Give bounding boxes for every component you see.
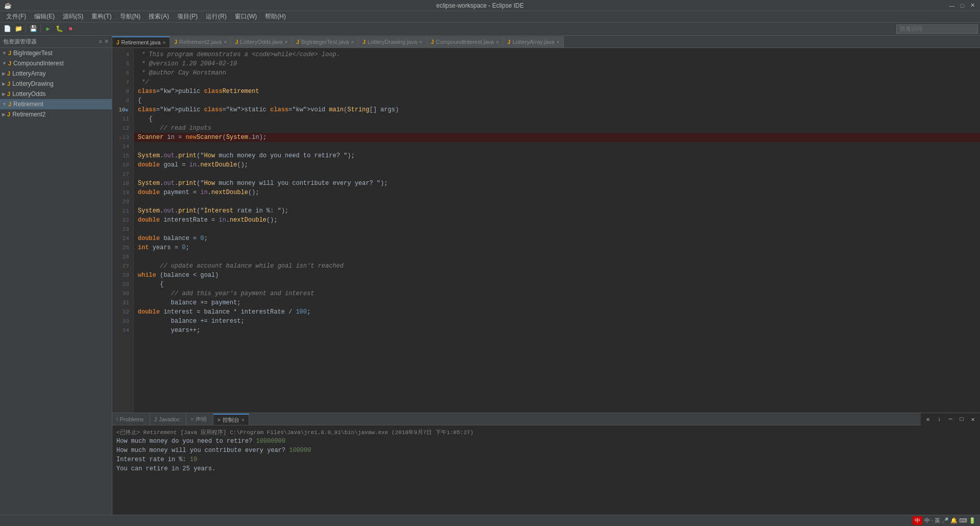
fold-icon[interactable]: ◉: [126, 107, 128, 113]
bottom-tab-控制台[interactable]: >控制台 ×: [213, 414, 249, 425]
console-clear-button[interactable]: ✕: [923, 414, 933, 424]
line-number-7: 7: [112, 78, 133, 87]
bottom-tab-javadoc[interactable]: JJavadoc: [150, 414, 186, 425]
tab-label: LotteryDrawing.java: [368, 39, 417, 45]
tab-label: Retirement.java: [121, 39, 161, 45]
bottom-tab-声明[interactable]: =声明: [186, 414, 213, 425]
line-number-19: 19: [112, 188, 133, 197]
menu-item-e[interactable]: 编辑(E): [30, 11, 59, 22]
minimize-button[interactable]: —: [948, 2, 955, 9]
tab-label: LotteryOdds.java: [240, 39, 283, 45]
java-file-icon: J: [431, 39, 434, 45]
editor-tab-compoundinterestjava[interactable]: JCompoundInterest.java×: [427, 36, 503, 47]
sidebar-item-compoundinterest[interactable]: ▼JCompoundInterest: [0, 58, 112, 68]
line-number-25: 25: [112, 243, 133, 252]
window-controls[interactable]: — □ ✕: [948, 2, 976, 9]
project-icon: J: [8, 50, 11, 57]
java-file-icon: J: [116, 40, 119, 45]
editor-tab-retirementjava[interactable]: JRetirement.java×: [112, 36, 170, 47]
editor-tab-retirement2java[interactable]: JRetirement2.java×: [170, 36, 231, 47]
menu-item-s[interactable]: 源码(S): [59, 11, 87, 22]
line-number-33: 33: [112, 317, 133, 326]
bottom-tab-problems[interactable]: !Problems: [112, 414, 150, 425]
code-line-20: [134, 197, 980, 206]
code-line-14: [134, 142, 980, 151]
menu-item-p[interactable]: 项目(P): [173, 11, 202, 22]
line-number-15: 15: [112, 151, 133, 160]
tree-item-label: Retirement2: [12, 111, 45, 118]
tab-close-button[interactable]: ×: [285, 39, 288, 45]
line-number-30: 30: [112, 289, 133, 298]
code-line-11: {: [134, 114, 980, 124]
line-number-18: 18: [112, 179, 133, 188]
sidebar-item-retirement[interactable]: ▼JRetirement: [0, 99, 112, 109]
sidebar-item-lotteryodds[interactable]: ▶JLotteryOdds: [0, 89, 112, 99]
tab-close-button[interactable]: ×: [163, 40, 166, 45]
sidebar-item-lotterydrawing[interactable]: ▶JLotteryDrawing: [0, 79, 112, 89]
code-line-29: {: [134, 280, 980, 289]
line-number-4: 4: [112, 50, 133, 59]
run-button[interactable]: ▶: [43, 24, 53, 34]
tab-close-button[interactable]: ×: [224, 39, 227, 45]
console-maximize-button[interactable]: □: [957, 414, 967, 424]
code-line-28: while (balance < goal): [134, 271, 980, 280]
code-line-30: // add this year's payment and interest: [134, 289, 980, 298]
menu-item-n[interactable]: 导航(N): [116, 11, 145, 22]
tab-label: CompoundInterest.java: [436, 39, 494, 45]
editor-tab-bigintegertestjava[interactable]: JBigIntegerTest.java×: [292, 36, 359, 47]
line-number-23: 23: [112, 225, 133, 234]
menu-item-t[interactable]: 重构(T): [87, 11, 115, 22]
bottom-tab-close-button[interactable]: ×: [241, 417, 244, 423]
sidebar-title: 包资源管理器: [3, 38, 37, 45]
java-file-icon: J: [235, 39, 238, 45]
titlebar: ☕ eclipse-workspace - Eclipse IDE — □ ✕: [0, 0, 980, 11]
tree-arrow-icon: ▶: [2, 112, 6, 117]
statusbar: 中 中 · 英 🎤 🔔 ⌨ 🔋: [0, 515, 980, 526]
line-number-20: 20: [112, 197, 133, 206]
code-line-5: * @version 1.20 2004-02-10: [134, 59, 980, 68]
console-scroll-button[interactable]: ↓: [934, 414, 944, 424]
menu-item-h[interactable]: 帮助(H): [261, 11, 290, 22]
code-line-4: * This program demonstrates a <code>whil…: [134, 50, 980, 59]
tree-item-label: LotteryOdds: [12, 90, 45, 98]
editor-tab-lotterydrawingjava[interactable]: JLotteryDrawing.java×: [359, 36, 427, 47]
sidebar-item-lotteryarray[interactable]: ▶JLotteryArray: [0, 68, 112, 79]
code-line-26: [134, 252, 980, 261]
menu-item-r[interactable]: 运行(R): [202, 11, 231, 22]
line-number-13: ⚠13: [112, 133, 133, 142]
tab-close-button[interactable]: ×: [351, 39, 354, 45]
quick-access-input[interactable]: [896, 25, 978, 34]
editor-tab-lotteryoddsjava[interactable]: JLotteryOdds.java×: [231, 36, 292, 47]
code-line-21: System.out.print("Interest rate in %: ")…: [134, 206, 980, 216]
tab-close-button[interactable]: ×: [419, 39, 422, 45]
line-number-28: 28: [112, 271, 133, 280]
sidebar-collapse-button[interactable]: ≡: [99, 38, 102, 45]
close-button[interactable]: ✕: [969, 2, 976, 9]
console-header-line: <已终止> Retirement [Java 应用程序] C:\Program …: [116, 427, 976, 437]
console-minimize-button[interactable]: —: [945, 414, 955, 424]
tab-close-button[interactable]: ×: [556, 39, 559, 45]
console-close-button[interactable]: ✕: [968, 414, 978, 424]
sidebar-item-bigintegertest[interactable]: ▼JBigIntegerTest: [0, 48, 112, 58]
new-button[interactable]: 📄: [2, 24, 12, 34]
open-button[interactable]: 📁: [13, 24, 23, 34]
bottom-panel: !ProblemsJJavadoc=声明>控制台 × ✕ ↓ — □ ✕ <已终…: [112, 413, 980, 515]
tree-arrow-icon: ▶: [2, 81, 6, 86]
debug-button[interactable]: 🐛: [54, 24, 64, 34]
tree-item-label: LotteryDrawing: [12, 80, 54, 87]
sidebar-close-button[interactable]: ✕: [104, 38, 109, 45]
code-editor[interactable]: 45678910◉1112⚠13141516171819202122232425…: [112, 48, 980, 413]
code-line-9: {: [134, 96, 980, 105]
sidebar-item-retirement2[interactable]: ▶JRetirement2: [0, 109, 112, 119]
menu-item-a[interactable]: 搜索(A): [144, 11, 173, 22]
stop-button[interactable]: ■: [65, 24, 76, 34]
bottom-tab-label: 声明: [195, 416, 207, 423]
code-line-10: class="kw">public class="kw">static clas…: [134, 105, 980, 114]
menu-item-w[interactable]: 窗口(W): [231, 11, 261, 22]
maximize-button[interactable]: □: [959, 2, 966, 9]
menu-item-f[interactable]: 文件(F): [2, 11, 30, 22]
tab-close-button[interactable]: ×: [496, 39, 499, 45]
editor-tab-lotteryarrayjava[interactable]: JLotteryArray.java×: [503, 36, 564, 47]
tab-label: LotteryArray.java: [512, 39, 554, 45]
save-button[interactable]: 💾: [28, 24, 38, 34]
